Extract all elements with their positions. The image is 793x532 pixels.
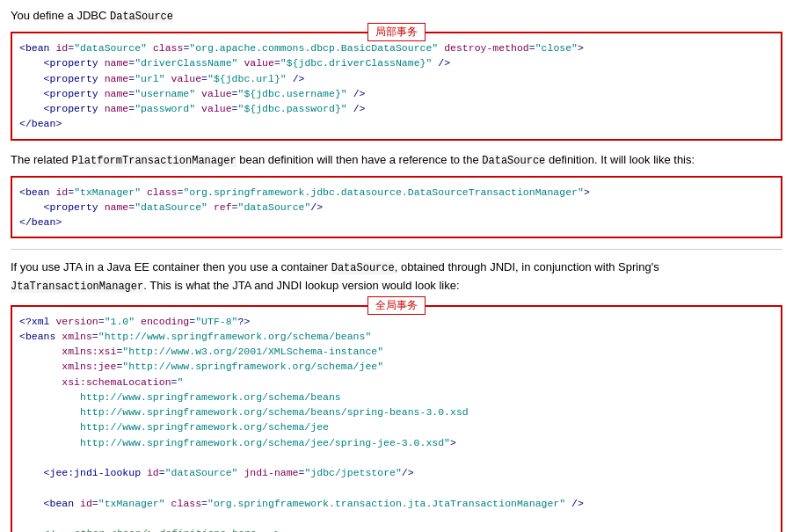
- section3-intro: If you use JTA in a Java EE container th…: [11, 259, 782, 295]
- section2-code-block: <bean id="txManager" class="org.springfr…: [11, 176, 782, 239]
- section1-code: <bean id="dataSource" class="org.apache.…: [19, 40, 774, 132]
- section1: You define a JDBC DataSource 局部事务 <bean …: [11, 7, 782, 141]
- section2-inline-code1: PlatformTransactionManager: [71, 155, 236, 167]
- section3-badge: 全局事务: [367, 296, 426, 315]
- separator: [11, 249, 782, 250]
- section3-code-block: 全局事务 <?xml version="1.0" encoding="UTF-8…: [11, 305, 782, 532]
- section2: The related PlatformTransactionManager b…: [11, 151, 782, 239]
- section3-code: <?xml version="1.0" encoding="UTF-8"?> <…: [19, 314, 774, 532]
- section3-inline-code2: JtaTransactionManager: [11, 281, 143, 293]
- section1-code-block: 局部事务 <bean id="dataSource" class="org.ap…: [11, 32, 782, 141]
- section1-inline-code: DataSource: [110, 11, 173, 23]
- section2-code: <bean id="txManager" class="org.springfr…: [19, 185, 774, 230]
- section2-intro: The related PlatformTransactionManager b…: [11, 151, 782, 169]
- section3-inline-code1: DataSource: [331, 262, 395, 274]
- page-container: You define a JDBC DataSource 局部事务 <bean …: [0, 0, 793, 532]
- section2-inline-code2: DataSource: [482, 155, 545, 167]
- section1-badge: 局部事务: [367, 23, 426, 41]
- section3: If you use JTA in a Java EE container th…: [11, 259, 782, 532]
- section1-intro: You define a JDBC DataSource: [11, 7, 782, 25]
